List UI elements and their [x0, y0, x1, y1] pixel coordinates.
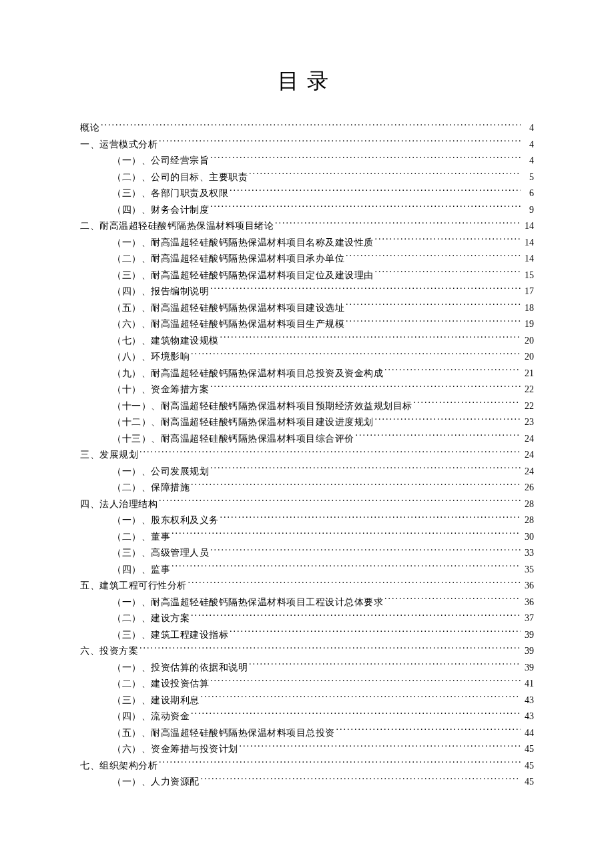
toc-entry: （三）、耐高温超轻硅酸钙隔热保温材料项目定位及建设理由15 [80, 268, 534, 284]
toc-leader-dots [138, 644, 521, 654]
toc-leader-dots [344, 318, 521, 327]
toc-entry-label: （十）、资金筹措方案 [112, 382, 209, 398]
toc-entry-page: 22 [521, 398, 534, 415]
toc-entry-page: 43 [521, 709, 534, 725]
toc-entry-label: （二）、耐高温超轻硅酸钙隔热保温材料项目承办单位 [112, 251, 344, 268]
toc-entry: 一、运营模式分析4 [80, 137, 534, 153]
toc-entry-page: 6 [521, 185, 534, 202]
toc-entry: 二、耐高温超轻硅酸钙隔热保温材料项目绪论14 [80, 218, 534, 235]
toc-entry-label: （一）、耐高温超轻硅酸钙隔热保温材料项目名称及建设性质 [112, 235, 374, 252]
toc-entry: （二）、建设方案37 [80, 610, 534, 627]
document-page: 目录 概论4一、运营模式分析4（一）、公司经营宗旨4（二）、公司的目标、主要职责… [0, 0, 614, 831]
toc-leader-dots [170, 563, 521, 572]
toc-entry: （十一）、耐高温超轻硅酸钙隔热保温材料项目预期经济效益规划目标22 [80, 398, 534, 415]
toc-leader-dots [138, 448, 521, 458]
toc-entry: （四）、流动资金43 [80, 709, 534, 725]
toc-leader-dots [209, 285, 521, 294]
toc-entry: （四）、报告编制说明17 [80, 284, 534, 300]
toc-leader-dots [187, 579, 521, 588]
toc-leader-dots [209, 154, 521, 163]
toc-entry: （八）、环境影响20 [80, 349, 534, 366]
toc-entry-label: （四）、流动资金 [112, 709, 190, 725]
toc-entry-label: （五）、耐高温超轻硅酸钙隔热保温材料项目总投资 [112, 725, 335, 742]
toc-entry-label: （三）、耐高温超轻硅酸钙隔热保温材料项目定位及建设理由 [112, 268, 374, 284]
toc-leader-dots [209, 383, 521, 392]
toc-leader-dots [99, 121, 521, 131]
toc-entry-label: 三、发展规划 [80, 447, 138, 464]
toc-leader-dots [158, 138, 521, 147]
toc-entry-page: 4 [521, 153, 534, 169]
toc-entry-page: 15 [521, 268, 534, 284]
toc-entry-page: 45 [521, 741, 534, 758]
toc-entry-page: 20 [521, 349, 534, 366]
toc-leader-dots [200, 775, 521, 785]
toc-entry-label: （二）、公司的目标、主要职责 [112, 169, 248, 186]
toc-entry-label: 五、建筑工程可行性分析 [80, 578, 187, 594]
toc-entry: （四）、财务会计制度9 [80, 202, 534, 219]
toc-entry-page: 44 [521, 725, 534, 742]
toc-leader-dots [248, 661, 521, 671]
toc-entry-page: 45 [521, 758, 534, 775]
toc-entry-page: 37 [521, 610, 534, 627]
toc-entry-label: （二）、董事 [112, 529, 170, 546]
toc-entry-page: 30 [521, 529, 534, 546]
toc-entry: （十）、资金筹措方案22 [80, 382, 534, 398]
toc-leader-dots [274, 220, 521, 229]
toc-entry-page: 26 [521, 480, 534, 496]
toc-entry-label: （四）、财务会计制度 [112, 202, 209, 219]
toc-entry-page: 33 [521, 545, 534, 562]
toc-entry-page: 28 [521, 512, 534, 529]
toc-entry: （一）、耐高温超轻硅酸钙隔热保温材料项目工程设计总体要求36 [80, 594, 534, 611]
toc-entry-label: （十二）、耐高温超轻硅酸钙隔热保温材料项目建设进度规划 [112, 414, 374, 431]
toc-entry: （五）、耐高温超轻硅酸钙隔热保温材料项目建设选址18 [80, 300, 534, 317]
toc-entry-label: （二）、建设投资估算 [112, 676, 209, 693]
toc-entry-page: 19 [521, 316, 534, 333]
toc-entry-page: 4 [521, 120, 534, 137]
toc-entry-label: 概论 [80, 120, 99, 137]
toc-entry-label: （一）、人力资源配 [112, 774, 200, 791]
toc-entry: （五）、耐高温超轻硅酸钙隔热保温材料项目总投资44 [80, 725, 534, 742]
toc-entry: （二）、耐高温超轻硅酸钙隔热保温材料项目承办单位14 [80, 251, 534, 268]
toc-entry-page: 39 [521, 660, 534, 677]
toc-leader-dots [383, 367, 521, 376]
toc-entry: （二）、保障措施26 [80, 480, 534, 496]
toc-entry: （三）、各部门职责及权限6 [80, 185, 534, 202]
toc-entry: 七、组织架构分析45 [80, 758, 534, 775]
toc-entry: （一）、人力资源配45 [80, 774, 534, 791]
toc-entry: 四、法人治理结构28 [80, 496, 534, 513]
toc-entry: （一）、公司经营宗旨4 [80, 153, 534, 169]
toc-entry-label: 二、耐高温超轻硅酸钙隔热保温材料项目绪论 [80, 218, 274, 235]
toc-entry-page: 4 [521, 137, 534, 153]
toc-leader-dots [335, 727, 521, 736]
toc-entry-page: 21 [521, 366, 534, 382]
toc-leader-dots [383, 596, 521, 605]
toc-entry-label: （三）、建筑工程建设指标 [112, 627, 228, 644]
toc-leader-dots [238, 743, 521, 752]
toc-entry-page: 9 [521, 202, 534, 219]
toc-leader-dots [200, 694, 521, 703]
toc-entry-page: 41 [521, 676, 534, 693]
toc-entry-page: 45 [521, 774, 534, 791]
toc-entry: （十三）、耐高温超轻硅酸钙隔热保温材料项目综合评价24 [80, 431, 534, 448]
toc-entry-label: （五）、耐高温超轻硅酸钙隔热保温材料项目建设选址 [112, 300, 344, 317]
toc-leader-dots [190, 481, 521, 490]
toc-entry-label: （三）、各部门职责及权限 [112, 185, 228, 202]
toc-leader-dots [374, 236, 521, 246]
toc-entry: （三）、建设期利息43 [80, 693, 534, 709]
toc-leader-dots [344, 302, 521, 311]
toc-entry-page: 18 [521, 300, 534, 317]
toc-entry-label: （六）、耐高温超轻硅酸钙隔热保温材料项目生产规模 [112, 316, 344, 333]
toc-leader-dots [170, 530, 521, 540]
toc-entry-page: 17 [521, 284, 534, 300]
toc-entry: （六）、资金筹措与投资计划45 [80, 741, 534, 758]
toc-entry-label: （十一）、耐高温超轻硅酸钙隔热保温材料项目预期经济效益规划目标 [112, 398, 412, 415]
toc-entry-page: 14 [521, 251, 534, 268]
toc-entry-label: （二）、建设方案 [112, 610, 190, 627]
toc-entry-page: 24 [521, 431, 534, 448]
toc-entry-page: 20 [521, 333, 534, 350]
toc-entry: （二）、公司的目标、主要职责5 [80, 169, 534, 186]
toc-entry: （七）、建筑物建设规模20 [80, 333, 534, 350]
toc-entry-label: （四）、监事 [112, 562, 170, 578]
toc-entry-page: 22 [521, 382, 534, 398]
table-of-contents: 概论4一、运营模式分析4（一）、公司经营宗旨4（二）、公司的目标、主要职责5（三… [80, 120, 534, 791]
